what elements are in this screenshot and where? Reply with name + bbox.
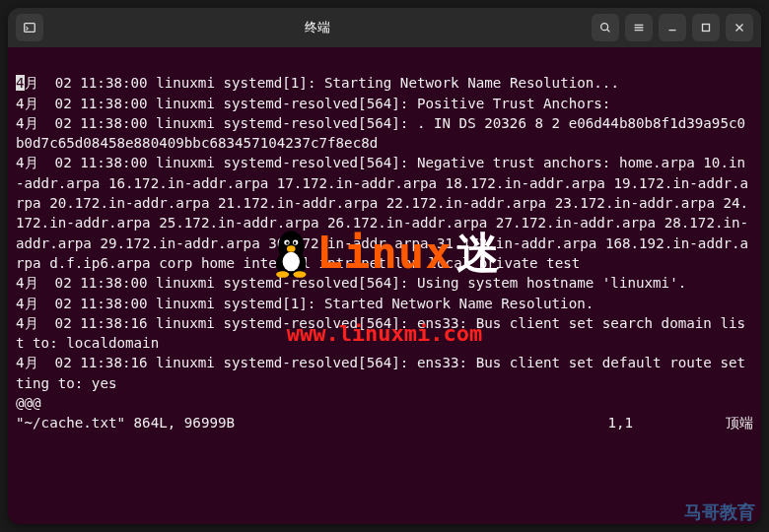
svg-rect-0 xyxy=(25,24,35,33)
minimize-icon xyxy=(665,21,679,34)
svg-rect-7 xyxy=(703,25,710,32)
titlebar: 终端 xyxy=(8,8,761,47)
cursor: 4 xyxy=(16,75,25,91)
new-tab-button[interactable] xyxy=(16,14,43,41)
search-button[interactable] xyxy=(592,14,619,41)
svg-line-2 xyxy=(607,30,610,33)
log-line: 4月 02 11:38:00 linuxmi systemd-resolved[… xyxy=(16,96,610,111)
minimize-button[interactable] xyxy=(659,14,686,41)
menu-button[interactable] xyxy=(625,14,653,41)
status-file-info: "~/cache.txt" 864L, 96999B xyxy=(16,413,235,432)
log-line: 4月 02 11:38:00 linuxmi systemd-resolved[… xyxy=(16,115,745,151)
log-line: @@@ xyxy=(16,395,41,411)
search-icon xyxy=(598,21,612,34)
terminal-output[interactable]: 4月 02 11:38:00 linuxmi systemd[1]: Start… xyxy=(8,47,761,524)
window-title: 终端 xyxy=(43,19,592,36)
log-line: 4月 02 11:38:00 linuxmi systemd-resolved[… xyxy=(16,155,748,270)
terminal-tab-icon xyxy=(23,21,36,34)
hamburger-icon xyxy=(632,21,646,34)
log-line: 4月 02 11:38:16 linuxmi systemd-resolved[… xyxy=(16,315,745,351)
log-line: 月 02 11:38:00 linuxmi systemd[1]: Starti… xyxy=(25,75,619,91)
svg-point-1 xyxy=(601,24,608,31)
maximize-icon xyxy=(699,21,713,34)
log-line: 4月 02 11:38:00 linuxmi systemd[1]: Start… xyxy=(16,296,594,311)
log-line: 4月 02 11:38:16 linuxmi systemd-resolved[… xyxy=(16,355,745,390)
status-position: 1,1 顶端 xyxy=(607,413,753,432)
close-button[interactable] xyxy=(726,14,753,41)
vim-status-line: "~/cache.txt" 864L, 96999B1,1 顶端 xyxy=(16,413,753,432)
close-icon xyxy=(733,21,746,34)
log-line: 4月 02 11:38:00 linuxmi systemd-resolved[… xyxy=(16,275,686,291)
maximize-button[interactable] xyxy=(692,14,720,41)
terminal-window: 终端 4月 02 11:38:00 linuxmi systemd[1]: St… xyxy=(8,8,761,524)
